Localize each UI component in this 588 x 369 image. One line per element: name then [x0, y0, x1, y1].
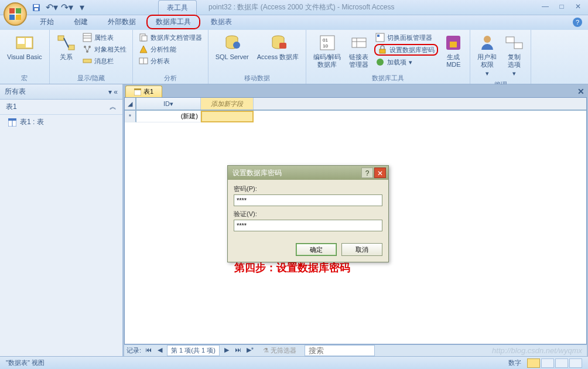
view-design-icon[interactable]	[569, 358, 582, 368]
save-icon[interactable]	[30, 2, 42, 13]
svg-point-42	[484, 36, 491, 43]
redo-icon[interactable]: ↷▾	[61, 2, 73, 13]
visual-basic-button[interactable]: Visual Basic	[5, 32, 45, 62]
group-showhide-label: 显示/隐藏	[54, 73, 128, 84]
cell-id-new[interactable]: (新建)	[136, 111, 201, 122]
addins-button[interactable]: 加载项 ▾	[374, 57, 438, 67]
svg-rect-11	[69, 45, 74, 50]
access-db-button[interactable]: Access 数据库	[255, 32, 302, 62]
dialog-close-icon[interactable]: ✕	[374, 168, 386, 178]
rec-prev-icon[interactable]: ◀	[155, 346, 165, 356]
message-bar-button[interactable]: 消息栏	[81, 56, 128, 66]
svg-text:10: 10	[323, 43, 328, 49]
minimize-button[interactable]: —	[539, 2, 552, 12]
group-dbtools-label: 数据库工具	[311, 73, 465, 84]
group-analyze-label: 分析	[138, 73, 203, 84]
rec-last-icon[interactable]: ⏭	[234, 346, 243, 356]
tab-dbtools[interactable]: 数据库工具	[146, 15, 200, 29]
svg-rect-13	[83, 33, 91, 42]
analyze-perf-button[interactable]: 分析性能	[138, 44, 203, 54]
doc-close-icon[interactable]: ✕	[577, 87, 584, 96]
svg-text:01: 01	[323, 37, 328, 43]
users-perms-button[interactable]: 用户和 权限 ▾	[475, 32, 499, 79]
svg-point-27	[233, 42, 240, 49]
svg-rect-38	[380, 49, 385, 53]
nav-dropdown-icon[interactable]: ▾ «	[108, 88, 118, 96]
row-marker-new[interactable]: *	[125, 111, 136, 122]
table-icon	[8, 118, 16, 127]
col-add-field[interactable]: 添加新字段	[201, 98, 254, 110]
svg-rect-43	[506, 37, 514, 43]
tab-home[interactable]: 开始	[30, 15, 63, 29]
help-icon[interactable]: ?	[573, 18, 582, 27]
vb-label: Visual Basic	[7, 53, 42, 61]
select-all-cell[interactable]: ◢	[125, 98, 136, 110]
svg-rect-3	[16, 15, 21, 20]
view-chart-icon[interactable]	[555, 358, 568, 368]
annotation-text: 第四步：设置数据库密码	[234, 261, 350, 275]
relationships-button[interactable]: 关系	[54, 32, 78, 62]
svg-rect-49	[134, 88, 141, 90]
analyze-table-button[interactable]: 分析表	[138, 56, 203, 66]
group-dbtools: 0110 编码/解码 数据库 链接表 管理器 切换面板管理器 设置数据库密码 加…	[306, 30, 470, 84]
svg-rect-5	[34, 5, 39, 7]
rec-new-icon[interactable]: ▶*	[245, 346, 255, 356]
ribbon: Visual Basic 宏 关系 属性表 对象相关性 消息栏 显示/隐藏 数据…	[0, 29, 588, 84]
tab-external[interactable]: 外部数据	[98, 15, 145, 29]
password-input[interactable]	[234, 194, 382, 206]
group-analyze: 数据库文档管理器 分析性能 分析表 分析	[133, 30, 208, 84]
linked-table-button[interactable]: 链接表 管理器	[347, 32, 371, 70]
svg-line-19	[85, 47, 87, 52]
pwd-label: 密码(P):	[234, 184, 382, 193]
replication-button[interactable]: 复制 选项 ▾	[502, 32, 526, 79]
nav-section[interactable]: 表1 ︽	[0, 100, 122, 115]
rel-label: 关系	[60, 53, 73, 61]
switchboard-button[interactable]: 切换面板管理器	[374, 32, 438, 43]
rec-first-icon[interactable]: ⏮	[143, 346, 153, 356]
office-button[interactable]	[4, 2, 27, 26]
dialog-titlebar[interactable]: 设置数据库密码 ? ✕	[228, 166, 388, 180]
make-mde-button[interactable]: 生成 MDE	[442, 32, 465, 70]
rec-filter: ⚗ 无筛选器	[263, 346, 296, 355]
undo-icon[interactable]: ↶▾	[46, 2, 57, 13]
status-bar: "数据表" 视图 数字	[0, 356, 588, 369]
doc-mgr-button[interactable]: 数据库文档管理器	[138, 32, 203, 43]
doc-tabs: 表1 ✕	[123, 84, 588, 97]
tab-datasheet[interactable]: 数据表	[201, 15, 241, 29]
cell-add-new[interactable]	[201, 111, 254, 122]
status-numlock: 数字	[508, 358, 521, 367]
encode-db-button[interactable]: 0110 编码/解码 数据库	[311, 32, 343, 70]
svg-point-39	[377, 59, 384, 66]
chevron-up-icon[interactable]: ︽	[110, 102, 117, 112]
maximize-button[interactable]: □	[555, 2, 568, 12]
context-tab[interactable]: 表工具	[158, 0, 197, 15]
rec-search-input[interactable]	[305, 345, 375, 356]
view-datasheet-icon[interactable]	[527, 358, 540, 368]
verify-input[interactable]	[234, 220, 382, 231]
group-macro-label: 宏	[5, 73, 45, 84]
close-button[interactable]: ✕	[572, 2, 584, 12]
object-deps-button[interactable]: 对象相关性	[81, 44, 128, 54]
nav-item-table1[interactable]: 表1 : 表	[0, 115, 122, 129]
qat-more-icon[interactable]: ▾	[76, 2, 88, 13]
doc-tab-table1[interactable]: 表1	[125, 86, 162, 97]
tab-create[interactable]: 创建	[64, 15, 97, 29]
svg-rect-10	[58, 36, 64, 40]
group-move: SQL Server Access 数据库 移动数据	[208, 30, 307, 84]
svg-rect-9	[26, 38, 32, 47]
cancel-button[interactable]: 取消	[341, 243, 382, 256]
property-sheet-button[interactable]: 属性表	[81, 32, 128, 43]
col-id[interactable]: ID ▾	[136, 98, 201, 110]
set-password-button[interactable]: 设置数据库密码	[374, 44, 438, 56]
nav-header[interactable]: 所有表 ▾ «	[0, 84, 122, 100]
rec-position[interactable]: 第 1 项(共 1 项)	[167, 345, 220, 356]
dialog-help-icon[interactable]: ?	[361, 168, 373, 178]
svg-line-12	[64, 38, 69, 47]
rec-next-icon[interactable]: ▶	[222, 346, 231, 356]
ok-button[interactable]: 确定	[296, 243, 337, 256]
table-icon	[134, 88, 141, 95]
window-title: point32 : 数据库 (Access 2000 文件格式) - Micro…	[208, 2, 394, 12]
sql-server-button[interactable]: SQL Server	[213, 32, 251, 62]
view-pivot-icon[interactable]	[541, 358, 554, 368]
encode-label: 编码/解码 数据库	[313, 53, 341, 69]
